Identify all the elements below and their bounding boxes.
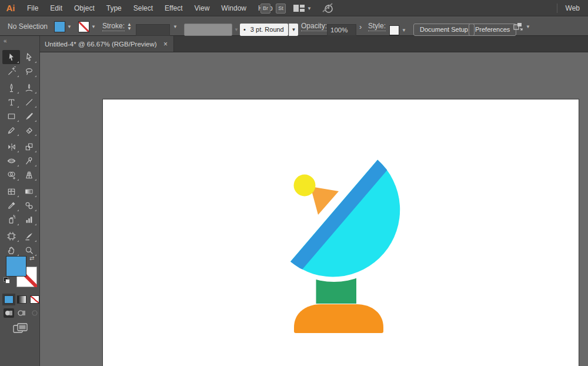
tool-pen[interactable] bbox=[2, 81, 20, 95]
menu-bar: Ai File Edit Object Type Select Effect V… bbox=[0, 0, 588, 16]
workspace-switcher[interactable]: Web bbox=[566, 4, 580, 12]
draw-normal-button[interactable] bbox=[4, 308, 14, 318]
stroke-weight-stepper[interactable]: ▲▼ bbox=[126, 17, 133, 36]
bridge-button[interactable]: Br bbox=[260, 4, 270, 14]
stroke-color-swatch[interactable] bbox=[78, 21, 89, 32]
blend-icon bbox=[24, 201, 34, 211]
tool-eyedropper[interactable] bbox=[2, 198, 20, 212]
stroke-color-control[interactable]: ▼ bbox=[78, 17, 96, 36]
tool-artboard[interactable] bbox=[2, 229, 20, 243]
menu-window[interactable]: Window bbox=[215, 0, 252, 16]
opacity-label[interactable]: Opacity: bbox=[301, 17, 327, 36]
selection-status: No Selection bbox=[8, 17, 48, 36]
change-screen-mode-button[interactable] bbox=[13, 322, 28, 337]
tool-rectangle[interactable] bbox=[2, 109, 20, 123]
tool-paintbrush[interactable] bbox=[20, 109, 38, 123]
type-icon bbox=[6, 97, 16, 107]
artboard-icon bbox=[6, 231, 16, 241]
tool-magic-wand[interactable] bbox=[2, 64, 20, 78]
canvas-area[interactable] bbox=[40, 52, 588, 366]
zoom-icon bbox=[24, 245, 34, 255]
tool-type[interactable] bbox=[2, 95, 20, 109]
gradient-icon bbox=[24, 187, 34, 197]
control-bar: No Selection ▼ ▼ Stroke: ▲▼ ▼ ▼ • 3 pt. … bbox=[0, 16, 588, 36]
chevron-down-icon[interactable]: ▼ bbox=[67, 24, 72, 29]
tool-direct-selection[interactable] bbox=[20, 50, 38, 64]
paintbrush-icon bbox=[24, 111, 34, 121]
tool-shape-builder[interactable] bbox=[2, 168, 20, 182]
chevron-down-icon[interactable]: ▼ bbox=[91, 24, 96, 29]
tool-eraser[interactable] bbox=[20, 123, 38, 137]
tool-selection[interactable] bbox=[2, 50, 20, 64]
collapse-panel-button[interactable]: « bbox=[0, 36, 39, 50]
menu-select[interactable]: Select bbox=[128, 0, 159, 16]
none-button[interactable] bbox=[30, 295, 39, 304]
tool-symbol-sprayer[interactable] bbox=[2, 212, 20, 227]
tool-rotate[interactable] bbox=[2, 139, 20, 154]
draw-behind-button[interactable] bbox=[16, 308, 27, 318]
rotate-icon bbox=[6, 142, 16, 152]
base-dome[interactable] bbox=[294, 304, 383, 333]
tool-column-graph[interactable] bbox=[20, 212, 38, 227]
arrange-documents-button[interactable]: ▼ bbox=[293, 4, 312, 12]
stroke-weight-field[interactable] bbox=[136, 21, 170, 39]
menu-type[interactable]: Type bbox=[101, 0, 128, 16]
tool-free-transform[interactable] bbox=[20, 154, 38, 168]
lasso-icon bbox=[24, 66, 34, 76]
tool-perspective-grid[interactable] bbox=[20, 168, 38, 182]
stroke-weight-label[interactable]: Stroke: bbox=[102, 17, 125, 36]
stroke-weight-dropdown[interactable]: ▼ bbox=[173, 17, 178, 36]
fill-color-control[interactable]: ▼ bbox=[54, 17, 72, 36]
profile-value: 3 pt. Round bbox=[250, 26, 284, 33]
menu-object[interactable]: Object bbox=[68, 0, 101, 16]
color-button[interactable] bbox=[4, 295, 14, 304]
tool-blend[interactable] bbox=[20, 198, 38, 212]
menu-file[interactable]: File bbox=[21, 0, 44, 16]
tool-slice[interactable] bbox=[20, 229, 38, 243]
eraser-icon bbox=[24, 125, 34, 135]
chevron-down-icon[interactable]: ▼ bbox=[173, 24, 178, 29]
chevron-down-icon[interactable]: ▼ bbox=[402, 28, 406, 33]
document-setup-button[interactable]: Document Setup bbox=[413, 24, 475, 36]
chevron-down-icon[interactable]: ▼ bbox=[292, 27, 296, 32]
tool-width[interactable] bbox=[2, 154, 20, 168]
share-screen-off-icon[interactable] bbox=[320, 2, 336, 14]
variable-width-profile[interactable]: • 3 pt. Round ▼ bbox=[240, 20, 298, 39]
close-tab-button[interactable]: × bbox=[162, 40, 169, 48]
stock-button[interactable]: St bbox=[276, 4, 286, 14]
tool-pencil[interactable] bbox=[2, 123, 20, 137]
tool-line-segment[interactable] bbox=[20, 95, 38, 109]
transform-align-icon bbox=[513, 22, 523, 31]
tool-mesh[interactable] bbox=[2, 184, 20, 198]
default-fill-stroke-icon[interactable] bbox=[4, 277, 11, 284]
menu-edit[interactable]: Edit bbox=[44, 0, 68, 16]
profile-bullet: • bbox=[243, 26, 246, 33]
selection-icon bbox=[6, 52, 16, 62]
chevron-down-icon[interactable]: ▼ bbox=[526, 24, 530, 29]
signal-circle[interactable] bbox=[294, 175, 316, 197]
tool-gradient[interactable] bbox=[20, 184, 38, 198]
tool-lasso[interactable] bbox=[20, 64, 38, 78]
swap-fill-stroke-icon[interactable]: ⇄ bbox=[29, 255, 34, 261]
menu-effect[interactable]: Effect bbox=[159, 0, 188, 16]
tool-scale[interactable] bbox=[20, 139, 38, 154]
satellite-dish-artwork[interactable] bbox=[102, 99, 579, 366]
tools-grid bbox=[2, 50, 38, 257]
arrange-documents-icon bbox=[293, 4, 305, 12]
style-swatch[interactable]: ▼ bbox=[389, 21, 406, 39]
menu-view[interactable]: View bbox=[189, 0, 216, 16]
stepper-down-icon[interactable]: ▼ bbox=[127, 26, 132, 31]
preferences-button[interactable]: Preferences bbox=[469, 24, 516, 36]
opacity-field[interactable]: 100% bbox=[327, 21, 356, 39]
tool-curvature[interactable] bbox=[20, 81, 38, 95]
gradient-button[interactable] bbox=[17, 295, 26, 304]
align-options[interactable]: ▼ bbox=[513, 17, 530, 36]
hand-icon bbox=[6, 245, 16, 255]
fill-color-swatch[interactable] bbox=[54, 21, 65, 32]
opacity-expand[interactable]: › bbox=[359, 17, 362, 36]
tools-panel: « bbox=[0, 36, 40, 366]
free-transform-icon bbox=[24, 156, 34, 166]
fill-proxy-swatch[interactable] bbox=[6, 256, 26, 277]
style-label[interactable]: Style: bbox=[368, 17, 386, 36]
none-color-slash bbox=[31, 296, 39, 303]
